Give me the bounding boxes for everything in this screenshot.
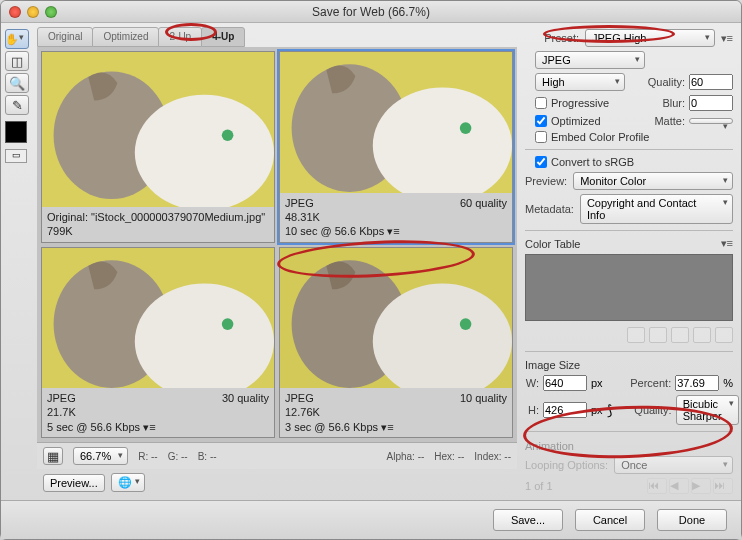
preview-button[interactable]: Preview... (43, 474, 105, 492)
metadata-select[interactable]: Copyright and Contact Info (580, 194, 733, 224)
preview-meta: JPEG60 quality 48.31K 10 sec @ 56.6 Kbps… (280, 193, 512, 242)
main-area: Original Optimized 2-Up 4-Up Original: "… (37, 27, 517, 496)
progressive-checkbox[interactable] (535, 97, 547, 109)
tab-optimized[interactable]: Optimized (92, 27, 159, 47)
width-field[interactable] (543, 375, 587, 391)
optimized-label: Optimized (551, 115, 601, 127)
tab-4up[interactable]: 4-Up (201, 27, 245, 47)
alpha-value: Alpha: -- (387, 451, 425, 462)
preview-meta: Original: "iStock_000000379070Medium.jpg… (42, 207, 274, 242)
footer-buttons: Save... Cancel Done (1, 500, 741, 539)
preview-size: 48.31K (285, 210, 507, 224)
cancel-button[interactable]: Cancel (575, 509, 645, 531)
preview-label: JPEG (285, 196, 314, 210)
preview-meta: JPEG10 quality 12.76K 3 sec @ 56.6 Kbps … (280, 388, 512, 437)
preview-mode-select[interactable]: Monitor Color (573, 172, 733, 190)
color-table-flyout-icon[interactable]: ▾≡ (721, 237, 733, 250)
settings-panel: Preset:JPEG High▾≡ JPEG High Quality: Pr… (521, 27, 737, 496)
svg-point-2 (135, 95, 274, 207)
width-label: W: (525, 377, 539, 389)
resample-quality-select[interactable]: Bicubic Sharper (676, 395, 739, 425)
srgb-checkbox[interactable] (535, 156, 547, 168)
matte-select[interactable] (689, 118, 733, 124)
view-tabs: Original Optimized 2-Up 4-Up (37, 27, 517, 47)
progressive-label: Progressive (551, 97, 609, 109)
px-unit: px (591, 377, 603, 389)
ct-btn-2[interactable] (649, 327, 667, 343)
preview-mode-label: Preview: (525, 175, 567, 187)
svg-point-12 (222, 318, 234, 330)
preview-meta: JPEG30 quality 21.7K 5 sec @ 56.6 Kbps ▾… (42, 388, 274, 437)
preview-pane-30[interactable]: JPEG30 quality 21.7K 5 sec @ 56.6 Kbps ▾… (41, 247, 275, 439)
zoom-tool-icon[interactable]: 🔍 (5, 73, 29, 93)
percent-field[interactable] (675, 375, 719, 391)
embed-profile-checkbox[interactable] (535, 131, 547, 143)
preset-select[interactable]: JPEG High (585, 29, 715, 47)
pct-unit: % (723, 377, 733, 389)
quality-level-select[interactable]: High (535, 73, 625, 91)
format-select[interactable]: JPEG (535, 51, 645, 69)
tab-2up[interactable]: 2-Up (158, 27, 202, 47)
preview-time: 5 sec @ 56.6 Kbps ▾≡ (47, 420, 269, 434)
blur-field[interactable] (689, 95, 733, 111)
tool-column: ✋ ◫ 🔍 ✎ ▭ (5, 27, 33, 496)
color-table (525, 254, 733, 320)
panel-flyout-icon[interactable]: ▾≡ (721, 32, 733, 45)
matte-label: Matte: (631, 115, 685, 127)
next-frame-icon: ▶ (691, 478, 711, 494)
save-button[interactable]: Save... (493, 509, 563, 531)
slice-visibility-toggle[interactable]: ▭ (5, 149, 27, 163)
preview-btn-row: Preview... 🌐 (37, 469, 517, 496)
ct-btn-4[interactable] (693, 327, 711, 343)
prev-frame-icon: ◀ (669, 478, 689, 494)
preview-grid: Original: "iStock_000000379070Medium.jpg… (37, 47, 517, 442)
grid-icon[interactable]: ▦ (43, 447, 63, 465)
height-label: H: (525, 404, 539, 416)
looping-select: Once (614, 456, 733, 474)
preview-pane-60[interactable]: JPEG60 quality 48.31K 10 sec @ 56.6 Kbps… (279, 51, 513, 243)
save-for-web-window: Save for Web (66.7%) ✋ ◫ 🔍 ✎ ▭ Original … (0, 0, 742, 540)
preview-pane-10[interactable]: JPEG10 quality 12.76K 3 sec @ 56.6 Kbps … (279, 247, 513, 439)
height-field[interactable] (543, 402, 587, 418)
preview-image (42, 248, 274, 389)
optimized-checkbox[interactable] (535, 115, 547, 127)
svg-point-8 (460, 122, 472, 134)
preview-image (280, 248, 512, 389)
ct-btn-3[interactable] (671, 327, 689, 343)
first-frame-icon: ⏮ (647, 478, 667, 494)
svg-point-3 (222, 129, 234, 141)
r-value: R: -- (138, 451, 157, 462)
preview-label: JPEG (47, 391, 76, 405)
zoom-select[interactable]: 66.7% (73, 447, 128, 465)
tab-original[interactable]: Original (37, 27, 93, 47)
animation-header: Animation (525, 440, 733, 452)
frame-counter: 1 of 1 (525, 480, 553, 492)
preview-time: 10 sec @ 56.6 Kbps ▾≡ (285, 224, 507, 238)
hand-tool-icon[interactable]: ✋ (5, 29, 29, 49)
trash-icon[interactable] (715, 327, 733, 343)
srgb-label: Convert to sRGB (551, 156, 634, 168)
quality-label: Quality: (631, 76, 685, 88)
constrain-icon[interactable]: ⟆ (607, 402, 612, 418)
eyedropper-color-swatch[interactable] (5, 121, 27, 143)
metadata-label: Metadata: (525, 203, 574, 215)
done-button[interactable]: Done (657, 509, 727, 531)
preview-size: 21.7K (47, 405, 269, 419)
titlebar[interactable]: Save for Web (66.7%) (1, 1, 741, 23)
color-table-buttons (525, 325, 733, 345)
percent-label: Percent: (617, 377, 671, 389)
preset-label: Preset: (525, 32, 579, 44)
eyedropper-tool-icon[interactable]: ✎ (5, 95, 29, 115)
preview-size: 799K (47, 224, 269, 238)
preview-time: 3 sec @ 56.6 Kbps ▾≡ (285, 420, 507, 434)
preview-pane-original[interactable]: Original: "iStock_000000379070Medium.jpg… (41, 51, 275, 243)
preview-image (280, 52, 512, 193)
browser-preview-select[interactable]: 🌐 (111, 473, 145, 492)
ct-btn-1[interactable] (627, 327, 645, 343)
quality-field[interactable] (689, 74, 733, 90)
image-size-header: Image Size (525, 359, 733, 371)
window-title: Save for Web (66.7%) (1, 5, 741, 19)
resample-quality-label: Quality: (618, 404, 672, 416)
slice-select-tool-icon[interactable]: ◫ (5, 51, 29, 71)
preview-size: 12.76K (285, 405, 507, 419)
